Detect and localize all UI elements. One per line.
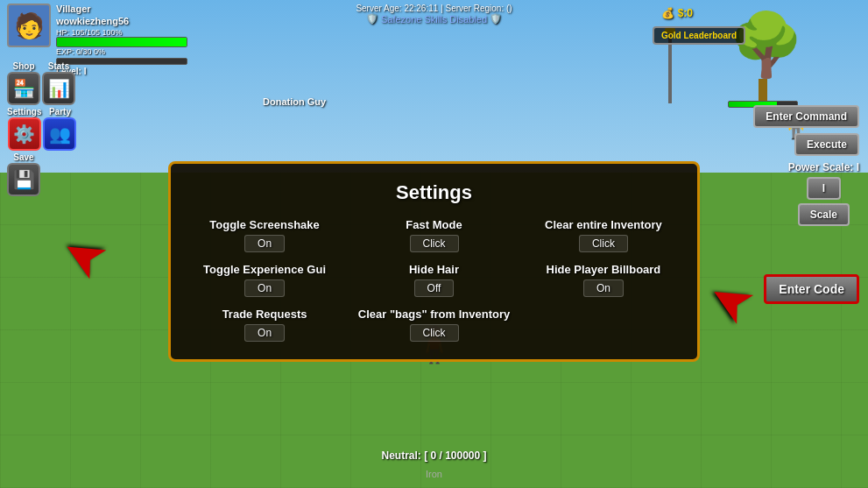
setting-clear-bags-value[interactable]: Click (410, 324, 459, 342)
setting-hide-hair-name: Hide Hair (409, 263, 459, 276)
setting-clear-inventory-value[interactable]: Click (579, 235, 628, 252)
setting-hide-hair-value[interactable]: Off (414, 279, 455, 297)
setting-player-billboard-value[interactable]: On (583, 279, 624, 297)
setting-fastmode: Fast Mode Click (358, 218, 510, 252)
setting-trade-requests: Trade Requests On (188, 308, 340, 342)
setting-player-billboard: Hide Player Billboard On (527, 263, 679, 297)
setting-clear-inventory: Clear entire Inventory Click (527, 218, 679, 252)
setting-exp-gui-name: Toggle Experience Gui (203, 263, 326, 276)
setting-clear-bags-name: Clear "bags" from Inventory (358, 308, 510, 321)
setting-screenshake-value[interactable]: On (244, 235, 285, 252)
setting-clear-inventory-name: Clear entire Inventory (545, 218, 662, 231)
setting-fastmode-name: Fast Mode (406, 218, 462, 231)
setting-clear-bags: Clear "bags" from Inventory Click (358, 308, 510, 342)
setting-trade-requests-value[interactable]: On (244, 324, 285, 342)
setting-exp-gui-value[interactable]: On (244, 279, 285, 297)
setting-exp-gui: Toggle Experience Gui On (188, 263, 340, 297)
settings-title: Settings (188, 181, 679, 204)
setting-player-billboard-name: Hide Player Billboard (547, 263, 661, 276)
settings-modal: Settings Toggle Screenshake On Fast Mode… (168, 161, 699, 362)
setting-hide-hair: Hide Hair Off (358, 263, 510, 297)
setting-screenshake: Toggle Screenshake On (188, 218, 340, 252)
setting-trade-requests-name: Trade Requests (222, 308, 307, 321)
setting-screenshake-name: Toggle Screenshake (209, 218, 319, 231)
setting-fastmode-value[interactable]: Click (410, 235, 459, 252)
settings-grid: Toggle Screenshake On Fast Mode Click Cl… (188, 218, 679, 342)
settings-overlay: Settings Toggle Screenshake On Fast Mode… (0, 0, 868, 488)
